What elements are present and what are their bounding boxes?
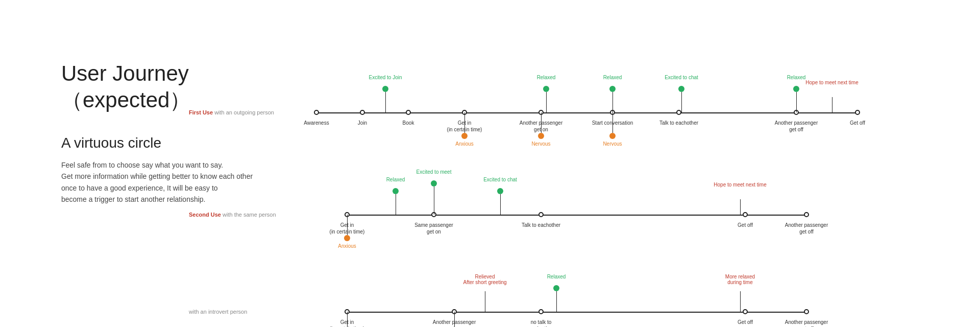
- connector-above-first-use-5: [832, 97, 832, 112]
- emotion-label-above-introvert-0: RelievedAfter short greeting: [463, 274, 506, 285]
- step-label-first-use-0: Awareness: [304, 120, 329, 126]
- connector-above-second-use-1: [434, 186, 434, 215]
- connector-below-introvert-1: [454, 312, 455, 327]
- step-label-first-use-1: Join: [358, 120, 367, 126]
- connector-above-first-use-4: [796, 92, 797, 112]
- page-title: User Journey （expected）: [61, 61, 265, 114]
- emotion-dot-above-introvert-1: [553, 285, 559, 291]
- journey-area: First Use with an outgoing personAwarene…: [296, 20, 960, 317]
- node-first-use-8: [855, 110, 860, 115]
- emotion-dot-below-first-use-0: [461, 133, 468, 139]
- emotion-dot-above-introvert-0: [482, 285, 488, 291]
- timeline-second-use: [347, 215, 806, 216]
- connector-below-first-use-0: [464, 112, 465, 133]
- node-introvert-3: [743, 309, 748, 314]
- connector-above-first-use-3: [681, 92, 682, 112]
- node-second-use-2: [538, 212, 544, 217]
- emotion-dot-above-first-use-3: [678, 86, 684, 92]
- emotion-label-above-first-use-5: Hope to meet next time: [805, 80, 858, 85]
- emotion-label-above-first-use-2: Relaxed: [603, 75, 622, 80]
- emotion-dot-above-first-use-0: [382, 86, 388, 92]
- emotion-dot-above-first-use-1: [543, 86, 549, 92]
- emotion-label-above-introvert-2: More relaxedduring time: [725, 274, 755, 285]
- node-first-use-1: [360, 110, 365, 115]
- emotion-dot-above-second-use-2: [497, 188, 503, 194]
- step-label-introvert-3: Get off: [738, 319, 753, 325]
- step-label-first-use-8: Get off: [850, 120, 865, 126]
- step-label-second-use-4: Another passengerget off: [785, 222, 828, 235]
- journey-row-second-use: Second Use with the same personGet in(in…: [296, 174, 939, 276]
- emotion-dot-below-first-use-1: [538, 133, 544, 139]
- emotion-label-above-introvert-1: Relaxed: [547, 274, 566, 279]
- emotion-label-above-second-use-0: Relaxed: [386, 177, 405, 182]
- step-label-second-use-1: Same passengerget on: [414, 222, 453, 235]
- node-second-use-3: [743, 212, 748, 217]
- step-label-second-use-3: Get off: [738, 222, 753, 228]
- connector-above-introvert-2: [740, 291, 741, 312]
- node-first-use-0: [314, 110, 319, 115]
- journey-row-introvert: with an introvert personGet in(in certai…: [296, 271, 939, 327]
- node-introvert-4: [804, 309, 809, 314]
- journey-row-first-use: First Use with an outgoing personAwarene…: [296, 72, 939, 174]
- connector-above-first-use-0: [385, 92, 386, 112]
- emotion-dot-above-first-use-2: [609, 86, 616, 92]
- node-second-use-4: [804, 212, 809, 217]
- connector-below-first-use-1: [541, 112, 542, 133]
- connector-above-first-use-2: [612, 92, 613, 112]
- emotion-dot-above-first-use-4: [793, 86, 799, 92]
- node-introvert-2: [538, 309, 544, 314]
- connector-above-first-use-1: [546, 92, 547, 112]
- emotion-label-above-first-use-0: Excited to Join: [369, 75, 402, 80]
- timeline-introvert: [347, 312, 806, 313]
- connector-below-first-use-2: [612, 112, 613, 133]
- connector-above-introvert-0: [485, 291, 485, 312]
- emotion-dot-above-first-use-5: [829, 91, 835, 97]
- subtitle: A virtuous circle: [61, 135, 265, 151]
- timeline-first-use: [316, 112, 857, 113]
- connector-below-second-use-0: [347, 215, 348, 235]
- emotion-dot-below-first-use-2: [609, 133, 616, 139]
- emotion-label-above-first-use-4: Relaxed: [787, 75, 806, 80]
- step-label-introvert-2: no talk toeach other: [529, 319, 553, 327]
- description: Feel safe from to choose say what you wa…: [61, 159, 265, 205]
- row-label-introvert: with an introvert person: [189, 309, 247, 315]
- node-first-use-6: [676, 110, 681, 115]
- emotion-label-below-first-use-1: Nervous: [531, 141, 550, 147]
- emotion-label-below-second-use-0: Anxious: [338, 243, 356, 249]
- step-label-second-use-2: Talk to eachother: [522, 222, 560, 228]
- emotion-label-above-first-use-3: Excited to chat: [665, 75, 698, 80]
- connector-above-second-use-3: [740, 199, 741, 215]
- emotion-dot-below-second-use-0: [344, 235, 350, 241]
- emotion-label-below-first-use-0: Anxious: [455, 141, 474, 147]
- emotion-label-below-first-use-2: Nervous: [603, 141, 622, 147]
- step-label-first-use-2: Book: [403, 120, 414, 126]
- left-panel: User Journey （expected） A virtuous circl…: [61, 61, 265, 205]
- connector-above-second-use-0: [396, 194, 396, 215]
- connector-above-introvert-1: [556, 291, 557, 312]
- emotion-dot-above-introvert-2: [737, 285, 743, 291]
- emotion-dot-above-second-use-1: [431, 180, 437, 186]
- emotion-label-above-second-use-3: Hope to meet next time: [714, 182, 766, 188]
- row-label-second-use: Second Use with the same person: [189, 212, 276, 218]
- connector-above-second-use-2: [500, 194, 501, 215]
- emotion-dot-above-second-use-0: [393, 188, 399, 194]
- emotion-label-above-second-use-1: Excited to meet: [416, 169, 452, 175]
- step-label-introvert-4: Another passengerget off: [785, 319, 828, 327]
- connector-below-introvert-0: [347, 312, 348, 327]
- node-first-use-2: [406, 110, 411, 115]
- row-label-first-use: First Use with an outgoing person: [189, 109, 274, 115]
- emotion-dot-above-second-use-3: [737, 193, 743, 199]
- emotion-label-above-first-use-1: Relaxed: [537, 75, 556, 80]
- step-label-first-use-7: Another passengerget off: [775, 120, 818, 133]
- step-label-first-use-6: Talk to eachother: [659, 120, 698, 126]
- emotion-label-above-second-use-2: Excited to chat: [483, 177, 517, 182]
